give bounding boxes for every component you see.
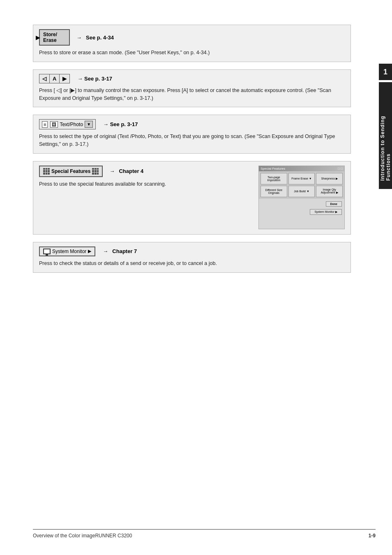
screenshot-titlebar: Special Features □ □ [259,166,344,171]
system-monitor-key-area: System Monitor ▶ → Chapter 7 [39,246,345,256]
grid-icon-left [43,168,50,175]
screenshot-item-jobbuild: Job Build ▼ [288,186,315,197]
exposure-buttons[interactable]: ◁ A ▶ [39,74,70,83]
section-textphoto: ≡ 🖼 Text/Photo ▼ → See p. 3-17 Press to … [33,115,351,154]
screenshot-controls: □ □ [338,167,343,170]
store-erase-arrow: → [76,35,82,41]
grid-icon-right [92,168,99,175]
screenshot-done-btn: Done [326,201,342,207]
page-container: 1 Introduction to Sending Functions ▶ St… [0,0,392,555]
exp-key-right[interactable]: ▶ [60,74,69,83]
monitor-icon [43,249,51,254]
textphoto-ref: → See p. 3-17 [103,121,138,127]
section-store-erase: ▶ Store/Erase → See p. 4-34 Press to sto… [33,25,351,62]
section-exposure: ◁ A ▶ → See p. 3-17 Press [ ◁] or [▶] to… [33,69,351,108]
textphoto-icon-photo: 🖼 [50,121,58,128]
system-monitor-button[interactable]: System Monitor ▶ [39,246,95,256]
screenshot-item-label-0: Two-pageImposition [267,176,280,182]
screenshot-sysmonitor-arrow: ▶ [335,210,337,214]
screenshot-title: Special Features [261,167,285,170]
section-special-features: Special Features → Chapter 4 Press to us… [33,161,351,235]
screenshot-item-frameerase: Frame Erase ▼ [288,173,315,184]
section-system-monitor: System Monitor ▶ → Chapter 7 Press to ch… [33,242,351,273]
footer: Overview of the Color imageRUNNER C3200 … [33,529,376,539]
screenshot-item-imageqty: Image QtyAdjustment ▶ [316,186,343,197]
exp-key-a[interactable]: A [50,74,60,83]
store-erase-ref: See p. 4-34 [86,35,114,41]
special-features-button[interactable]: Special Features [39,166,103,177]
special-features-arrow: → [109,168,115,174]
system-monitor-btn-arrow: ▶ [88,249,91,254]
textphoto-button[interactable]: ≡ 🖼 Text/Photo ▼ [39,119,96,129]
textphoto-dropdown-arrow[interactable]: ▼ [85,121,93,128]
textphoto-icon-text: ≡ [42,121,48,128]
special-features-row: Special Features → Chapter 4 Press to us… [39,166,345,229]
system-monitor-desc: Press to check the status or details of … [39,260,345,267]
special-features-key-area: Special Features → Chapter 4 [39,166,258,177]
textphoto-key-area: ≡ 🖼 Text/Photo ▼ → See p. 3-17 [39,119,345,129]
screenshot-item-diffsize: Different SizeOriginals [261,186,287,197]
special-features-left: Special Features → Chapter 4 Press to us… [39,166,258,188]
arrow-indicator: ▶ [36,35,40,41]
system-monitor-arrow: → [103,248,108,254]
screenshot-sysmonitor-row: System Monitor ▶ [259,208,344,216]
screenshot-item-label-3: Different SizeOriginals [265,189,282,194]
exposure-ref: → See p. 3-17 [77,76,112,82]
special-features-label: Special Features [51,168,90,174]
screenshot-sysmonitor-label: System Monitor [314,210,334,213]
store-erase-key-area: ▶ Store/Erase → See p. 4-34 [39,29,345,46]
exp-key-left[interactable]: ◁ [39,74,50,83]
screenshot-item-label-5: Image QtyAdjustment ▶ [321,188,338,194]
exposure-key-area: ◁ A ▶ → See p. 3-17 [39,74,345,83]
screenshot-item-sharpness: Sharpness ▶ [316,173,343,184]
store-erase-label: Store/Erase [43,32,57,43]
screenshot-item-label-4: Job Build ▼ [294,190,309,193]
side-tab-label: Introduction to Sending Functions [379,82,392,189]
special-features-ref: Chapter 4 [119,168,143,174]
footer-center: Overview of the Color imageRUNNER C3200 [33,533,132,539]
content-wrapper: ▶ Store/Erase → See p. 4-34 Press to sto… [33,25,367,273]
screenshot-bottom-row: Done [259,200,344,208]
screenshot-item-label-1: Frame Erase ▼ [291,177,311,180]
screenshot-item-twopages: Two-pageImposition [261,173,287,184]
chapter-number: 1 [383,68,387,76]
system-monitor-ref: Chapter 7 [112,248,137,254]
textphoto-desc: Press to select the type of original (Te… [39,133,345,148]
footer-page-number: 1-9 [369,533,376,539]
store-erase-button[interactable]: ▶ Store/Erase [39,29,70,46]
system-monitor-label: System Monitor [52,249,86,254]
screenshot-sysmonitor-btn: System Monitor ▶ [310,209,342,215]
exposure-desc: Press [ ◁] or [▶] to manually control th… [39,87,345,102]
store-erase-desc: Press to store or erase a scan mode. (Se… [39,49,345,57]
chapter-number-tab: 1 [379,64,392,80]
screenshot-body: Two-pageImposition Frame Erase ▼ Sharpne… [259,171,344,199]
screenshot-item-label-2: Sharpness ▶ [321,177,337,180]
special-features-screenshot: Special Features □ □ Two-pageImposition … [258,166,345,229]
textphoto-label: Text/Photo [60,122,83,127]
special-features-desc: Press to use the special features availa… [39,180,258,188]
